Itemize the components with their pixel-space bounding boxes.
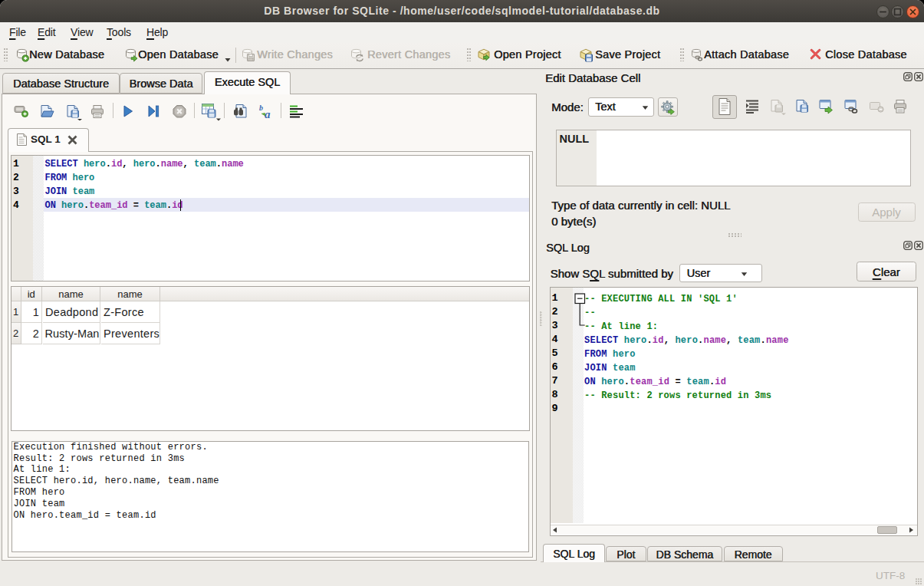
svg-text:b: b [259,104,263,112]
svg-text:a: a [265,108,271,120]
